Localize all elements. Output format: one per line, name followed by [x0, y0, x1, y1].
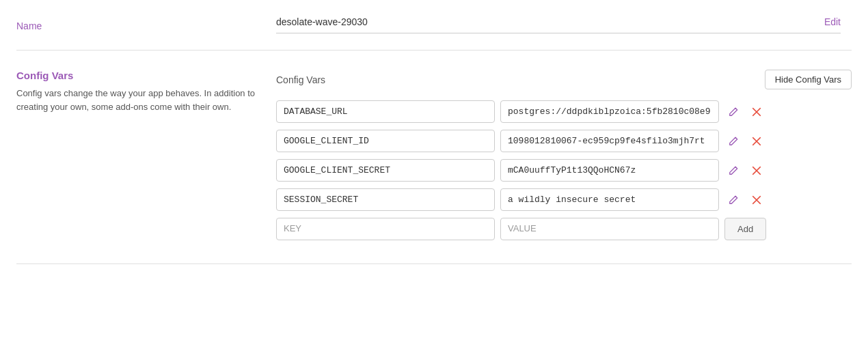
- config-left-desc: Config vars change the way your app beha…: [16, 87, 260, 113]
- config-section: Config Vars Config vars change the way y…: [0, 51, 868, 263]
- google-client-id-key-input[interactable]: [276, 130, 495, 152]
- config-var-row: [276, 130, 852, 152]
- config-var-row: [276, 188, 852, 211]
- google-client-id-delete-button[interactable]: [748, 134, 765, 149]
- name-value: desolate-wave-29030: [276, 16, 816, 27]
- config-var-row: [276, 100, 852, 123]
- database-url-delete-button[interactable]: [748, 104, 765, 119]
- session-secret-key-input[interactable]: [276, 188, 495, 211]
- divider-bottom: [16, 263, 852, 264]
- google-client-secret-key-input[interactable]: [276, 159, 495, 182]
- new-key-input[interactable]: [276, 218, 495, 240]
- add-config-var-button[interactable]: Add: [724, 218, 766, 240]
- config-vars-label: Config Vars: [276, 74, 325, 85]
- database-url-edit-button[interactable]: [724, 104, 742, 119]
- config-right-header: Config Vars Hide Config Vars: [276, 70, 852, 89]
- config-var-row: [276, 159, 852, 182]
- new-value-input[interactable]: [500, 218, 719, 240]
- google-client-id-edit-button[interactable]: [724, 134, 742, 149]
- name-section: Name desolate-wave-29030 Edit: [0, 0, 868, 50]
- database-url-key-input[interactable]: [276, 100, 495, 123]
- hide-config-vars-button[interactable]: Hide Config Vars: [765, 70, 852, 89]
- name-label: Name: [16, 16, 276, 31]
- google-client-secret-delete-button[interactable]: [748, 163, 765, 178]
- google-client-secret-edit-button[interactable]: [724, 163, 742, 178]
- name-field-container: desolate-wave-29030 Edit: [276, 16, 841, 33]
- session-secret-edit-button[interactable]: [724, 192, 742, 208]
- session-secret-delete-button[interactable]: [748, 192, 765, 208]
- config-left: Config Vars Config vars change the way y…: [16, 70, 276, 113]
- edit-link[interactable]: Edit: [824, 16, 841, 27]
- database-url-value-input[interactable]: [500, 100, 719, 123]
- google-client-secret-value-input[interactable]: [500, 159, 719, 182]
- google-client-id-value-input[interactable]: [500, 130, 719, 152]
- config-left-title: Config Vars: [16, 70, 260, 81]
- session-secret-value-input[interactable]: [500, 188, 719, 211]
- page: Name desolate-wave-29030 Edit Config Var…: [0, 0, 868, 357]
- config-right: Config Vars Hide Config Vars: [276, 70, 852, 247]
- new-config-var-row: Add: [276, 218, 852, 240]
